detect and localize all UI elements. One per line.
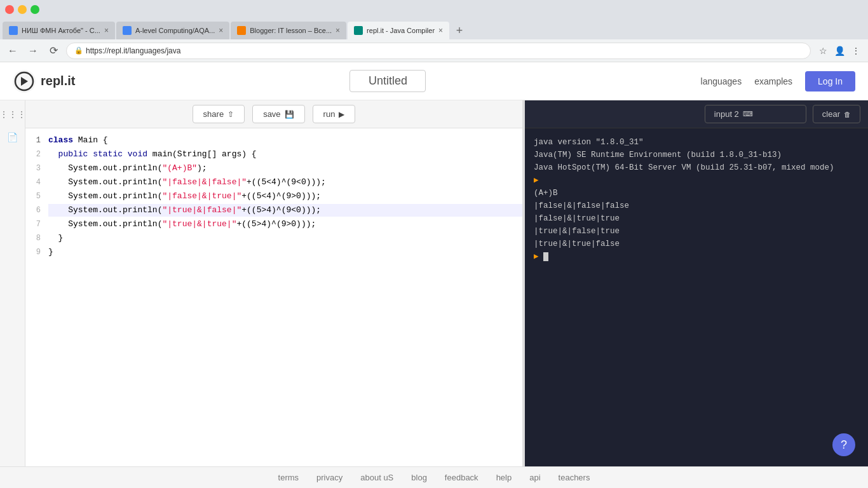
help-bubble-button[interactable]: ? bbox=[832, 433, 855, 456]
tab-close-4[interactable]: × bbox=[438, 26, 443, 35]
account-icon[interactable]: 👤 bbox=[832, 44, 846, 58]
code-content-5: System.out.println("|false|&|true|"+((5<… bbox=[48, 190, 522, 203]
code-content-2: public static void main(String[] args) { bbox=[48, 148, 522, 161]
footer-api[interactable]: api bbox=[529, 473, 540, 482]
tab-4[interactable]: repl.it - Java Compiler × bbox=[348, 22, 449, 39]
nav-examples[interactable]: examples bbox=[754, 76, 792, 86]
code-line-7: 7 System.out.println("|true|&|true|"+((5… bbox=[25, 217, 522, 231]
output-line-3: Java HotSpot(TM) 64-Bit Server VM (build… bbox=[534, 161, 859, 174]
code-line-4: 4 System.out.println("|false|&|false|"+(… bbox=[25, 175, 522, 189]
new-tab-button[interactable]: + bbox=[451, 22, 468, 39]
code-line-9: 9 } bbox=[25, 245, 522, 259]
share-icon: ⇧ bbox=[227, 110, 234, 119]
url-text: https://repl.it/languages/java bbox=[86, 46, 180, 55]
url-bar[interactable]: 🔒 https://repl.it/languages/java bbox=[66, 43, 811, 59]
code-line-5: 5 System.out.println("|false|&|true|"+((… bbox=[25, 189, 522, 203]
output-line-6: |false|&|true|true bbox=[534, 212, 859, 225]
tab-favicon-4 bbox=[354, 26, 363, 35]
tab-favicon-1 bbox=[9, 26, 18, 35]
tab-favicon-3 bbox=[237, 26, 246, 35]
forward-button[interactable]: → bbox=[25, 43, 41, 58]
input-icon: ⌨ bbox=[743, 110, 753, 118]
back-button[interactable]: ← bbox=[5, 43, 20, 58]
line-number-4: 4 bbox=[25, 176, 48, 189]
close-window-button[interactable] bbox=[5, 5, 14, 14]
tab-2[interactable]: A-level Computing/AQA... × bbox=[116, 22, 229, 39]
terminal-panel: input 2 ⌨ clear 🗑 java version "1.8.0_31… bbox=[525, 100, 868, 466]
line-number-3: 3 bbox=[25, 162, 48, 175]
tab-label-2: A-level Computing/AQA... bbox=[135, 27, 215, 34]
help-bubble-icon: ? bbox=[841, 438, 847, 452]
maximize-window-button[interactable] bbox=[31, 5, 39, 14]
tab-1[interactable]: НИШ ФМН Актобе" - С... × bbox=[3, 22, 115, 39]
sidebar-file-icon[interactable]: 📄 bbox=[5, 130, 20, 145]
tab-close-2[interactable]: × bbox=[219, 26, 223, 35]
editor-container: ⋮⋮⋮ 📄 share ⇧ save 💾 run ▶ 1 class Main … bbox=[0, 100, 868, 466]
code-line-6: 6 System.out.println("|true|&|false|"+((… bbox=[25, 203, 522, 217]
input-label: input 2 bbox=[714, 109, 739, 119]
code-content-4: System.out.println("|false|&|false|"+((5… bbox=[48, 176, 522, 189]
output-line-5: |false|&|false|false bbox=[534, 200, 859, 212]
footer-terms[interactable]: terms bbox=[278, 473, 299, 482]
footer-teachers[interactable]: teachers bbox=[559, 473, 590, 482]
reload-button[interactable]: ⟳ bbox=[46, 43, 61, 58]
app-footer: terms privacy about uS blog feedback hel… bbox=[0, 466, 868, 488]
line-number-8: 8 bbox=[25, 232, 48, 245]
header-nav: languages examples Log In bbox=[701, 71, 855, 92]
editor-sidebar: ⋮⋮⋮ 📄 bbox=[0, 100, 25, 466]
footer-about[interactable]: about uS bbox=[360, 473, 393, 482]
run-icon: ▶ bbox=[339, 110, 344, 119]
terminal-output[interactable]: java version "1.8.0_31" Java(TM) SE Runt… bbox=[525, 128, 868, 466]
clear-icon: 🗑 bbox=[844, 111, 851, 118]
run-label: run bbox=[323, 109, 336, 119]
footer-help[interactable]: help bbox=[496, 473, 512, 482]
header-title-area: Untitled bbox=[88, 70, 688, 92]
save-label: save bbox=[263, 109, 280, 119]
tab-3[interactable]: Blogger: IT lesson – Все... × bbox=[231, 22, 346, 39]
editor-toolbar: share ⇧ save 💾 run ▶ bbox=[25, 100, 522, 128]
tab-label-1: НИШ ФМН Актобе" - С... bbox=[22, 27, 100, 34]
address-bar: ← → ⟳ 🔒 https://repl.it/languages/java ☆… bbox=[0, 39, 868, 62]
window-controls bbox=[5, 5, 39, 14]
logo[interactable]: repl.it bbox=[13, 70, 75, 93]
lock-icon: 🔒 bbox=[74, 46, 83, 55]
code-line-3: 3 System.out.println("(A+)B"); bbox=[25, 161, 522, 175]
tab-bar: НИШ ФМН Актобе" - С... × A-level Computi… bbox=[0, 19, 868, 39]
output-line-1: java version "1.8.0_31" bbox=[534, 136, 859, 149]
code-content-8: } bbox=[48, 232, 522, 245]
code-content-7: System.out.println("|true|&|true|"+((5>4… bbox=[48, 218, 522, 231]
tab-label-3: Blogger: IT lesson – Все... bbox=[250, 27, 332, 34]
share-button[interactable]: share ⇧ bbox=[193, 105, 245, 123]
run-button[interactable]: run ▶ bbox=[313, 105, 356, 123]
sidebar-menu-icon[interactable]: ⋮⋮⋮ bbox=[5, 107, 20, 122]
nav-languages[interactable]: languages bbox=[701, 76, 742, 86]
bookmark-icon[interactable]: ☆ bbox=[816, 44, 830, 58]
line-number-6: 6 bbox=[25, 204, 48, 217]
tab-favicon-2 bbox=[123, 26, 132, 35]
footer-blog[interactable]: blog bbox=[411, 473, 427, 482]
tab-label-4: repl.it - Java Compiler bbox=[367, 27, 435, 34]
output-line-4: (A+)B bbox=[534, 187, 859, 200]
menu-icon[interactable]: ⋮ bbox=[849, 44, 863, 58]
tab-close-3[interactable]: × bbox=[336, 26, 340, 35]
save-icon: 💾 bbox=[285, 110, 294, 119]
footer-privacy[interactable]: privacy bbox=[316, 473, 342, 482]
repl-logo-icon bbox=[13, 70, 36, 93]
project-title[interactable]: Untitled bbox=[349, 70, 426, 92]
code-line-2: 2 public static void main(String[] args)… bbox=[25, 147, 522, 161]
input-button[interactable]: input 2 ⌨ bbox=[705, 105, 806, 123]
terminal-toolbar: input 2 ⌨ clear 🗑 bbox=[525, 100, 868, 128]
login-button[interactable]: Log In bbox=[805, 71, 855, 92]
line-number-2: 2 bbox=[25, 148, 48, 161]
tab-close-1[interactable]: × bbox=[104, 26, 109, 35]
code-line-1: 1 class Main { bbox=[25, 133, 522, 147]
browser-titlebar bbox=[0, 0, 868, 19]
terminal-cursor bbox=[543, 252, 548, 261]
clear-button[interactable]: clear 🗑 bbox=[813, 105, 860, 123]
output-prompt-2: ▶ bbox=[534, 250, 859, 263]
code-editor-panel: share ⇧ save 💾 run ▶ 1 class Main { 2 pu… bbox=[25, 100, 522, 466]
minimize-window-button[interactable] bbox=[18, 5, 27, 14]
code-editor[interactable]: 1 class Main { 2 public static void main… bbox=[25, 128, 522, 466]
save-button[interactable]: save 💾 bbox=[252, 105, 304, 123]
footer-feedback[interactable]: feedback bbox=[445, 473, 478, 482]
